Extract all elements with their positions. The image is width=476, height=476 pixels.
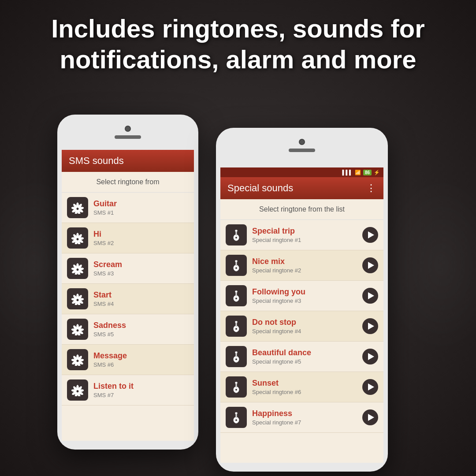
phone-right-camera [299, 139, 305, 145]
item-subtitle: SMS #4 [93, 301, 189, 307]
phone-left-screen: SMS sounds Select ringtone from [62, 150, 194, 441]
guitar-icon-box [226, 316, 247, 337]
svg-point-9 [77, 208, 78, 210]
item-title: Do not stop [252, 318, 357, 327]
list-item[interactable]: Guitar SMS #1 [62, 193, 194, 223]
battery-indicator: 86 [363, 170, 372, 175]
item-title: Hi [93, 230, 189, 239]
guitar-icon-box [226, 346, 247, 367]
item-subtitle: SMS #5 [93, 331, 189, 338]
item-title: Happiness [252, 409, 357, 418]
list-item[interactable]: Nice mix Special ringtone #2 [220, 250, 383, 281]
svg-point-96 [235, 298, 237, 299]
headline: Includes ringtones, sounds for notificat… [0, 13, 476, 74]
list-item[interactable]: Scream SMS #3 [62, 253, 194, 284]
item-subtitle: Special ringtone #4 [252, 328, 357, 335]
phone-right-top-bar [216, 128, 388, 163]
item-title: Listen to it [93, 382, 189, 391]
svg-point-136 [235, 419, 237, 421]
svg-point-86 [235, 267, 237, 269]
item-subtitle: Special ringtone #2 [252, 267, 357, 274]
item-subtitle: SMS #2 [93, 240, 189, 246]
sms-icon-box [67, 197, 88, 218]
item-text: Message SMS #6 [93, 351, 189, 368]
item-text: Nice mix Special ringtone #2 [252, 257, 357, 274]
phone-right-screen: ▌▌▌ 📶 86 ⚡ Special sounds ⋮ Select ringt… [220, 167, 383, 463]
play-button[interactable] [362, 379, 378, 395]
play-button[interactable] [362, 288, 378, 304]
item-subtitle: SMS #6 [93, 361, 189, 368]
item-subtitle: Special ringtone #3 [252, 298, 357, 304]
guitar-icon-box [226, 376, 247, 398]
item-text: Following you Special ringtone #3 [252, 287, 357, 304]
phone-left: SMS sounds Select ringtone from [57, 115, 198, 450]
item-title: Start [93, 290, 189, 300]
list-item[interactable]: Do not stop Special ringtone #4 [220, 311, 383, 342]
play-button[interactable] [362, 227, 378, 243]
phone-left-list: Guitar SMS #1 Hi [62, 193, 194, 405]
guitar-icon-box [226, 255, 247, 276]
item-text: Scream SMS #3 [93, 260, 189, 277]
list-item[interactable]: Sadness SMS #5 [62, 314, 194, 345]
svg-point-126 [235, 389, 237, 390]
battery-bolt-icon: ⚡ [374, 170, 380, 175]
guitar-icon-box [226, 285, 247, 306]
item-title: Sadness [93, 321, 189, 330]
item-subtitle: SMS #7 [93, 392, 189, 398]
phone-right-list: Special trip Special ringtone #1 [220, 220, 383, 433]
phone-left-speaker [115, 135, 141, 139]
svg-point-59 [77, 360, 78, 362]
phone-right-status-bar: ▌▌▌ 📶 86 ⚡ [220, 167, 383, 177]
svg-point-39 [77, 299, 78, 301]
signal-icon: ▌▌▌ [342, 170, 352, 175]
item-subtitle: Special ringtone #6 [252, 389, 357, 395]
phone-left-app-title: SMS sounds [69, 155, 124, 167]
play-button[interactable] [362, 409, 378, 425]
item-title: Sunset [252, 379, 357, 388]
item-title: Beautiful dance [252, 348, 357, 357]
play-button[interactable] [362, 257, 378, 273]
sms-icon-box [67, 258, 88, 279]
item-text: Sunset Special ringtone #6 [252, 379, 357, 395]
phone-right-app-title: Special sounds [227, 182, 293, 194]
guitar-icon-box [226, 224, 247, 245]
list-item[interactable]: Hi SMS #2 [62, 223, 194, 253]
phone-left-top-bar [57, 115, 198, 150]
item-title: Nice mix [252, 257, 357, 266]
phones-area: SMS sounds Select ringtone from [0, 101, 476, 476]
item-subtitle: Special ringtone #1 [252, 237, 357, 243]
item-subtitle: Special ringtone #5 [252, 358, 357, 365]
phone-left-app-header: SMS sounds [62, 150, 194, 172]
svg-point-29 [77, 269, 78, 271]
item-text: Do not stop Special ringtone #4 [252, 318, 357, 335]
list-item[interactable]: Happiness Special ringtone #7 [220, 402, 383, 433]
list-item[interactable]: Special trip Special ringtone #1 [220, 220, 383, 250]
play-button[interactable] [362, 349, 378, 364]
item-title: Message [93, 351, 189, 361]
list-item[interactable]: Sunset Special ringtone #6 [220, 372, 383, 402]
item-text: Sadness SMS #5 [93, 321, 189, 338]
wifi-icon: 📶 [355, 170, 361, 175]
svg-point-19 [77, 238, 78, 240]
phone-left-camera [125, 126, 131, 132]
menu-dots-icon[interactable]: ⋮ [366, 182, 376, 194]
svg-point-49 [77, 330, 78, 331]
list-item[interactable]: Following you Special ringtone #3 [220, 281, 383, 311]
svg-point-76 [235, 237, 237, 238]
list-item[interactable]: Start SMS #4 [62, 284, 194, 314]
item-text: Hi SMS #2 [93, 230, 189, 246]
sms-icon-box [67, 288, 88, 309]
item-title: Scream [93, 260, 189, 269]
sms-icon-box [67, 379, 88, 401]
svg-point-106 [235, 328, 237, 330]
sms-icon-box [67, 319, 88, 340]
list-item[interactable]: Beautiful dance Special ringtone #5 [220, 342, 383, 372]
phone-right-app-header: Special sounds ⋮ [220, 177, 383, 199]
item-title: Following you [252, 287, 357, 297]
list-item[interactable]: Message SMS #6 [62, 345, 194, 375]
phone-right-speaker [289, 149, 315, 152]
list-item[interactable]: Listen to it SMS #7 [62, 375, 194, 405]
phone-left-list-subtitle: Select ringtone from [62, 172, 194, 193]
svg-point-116 [235, 358, 237, 360]
play-button[interactable] [362, 318, 378, 334]
